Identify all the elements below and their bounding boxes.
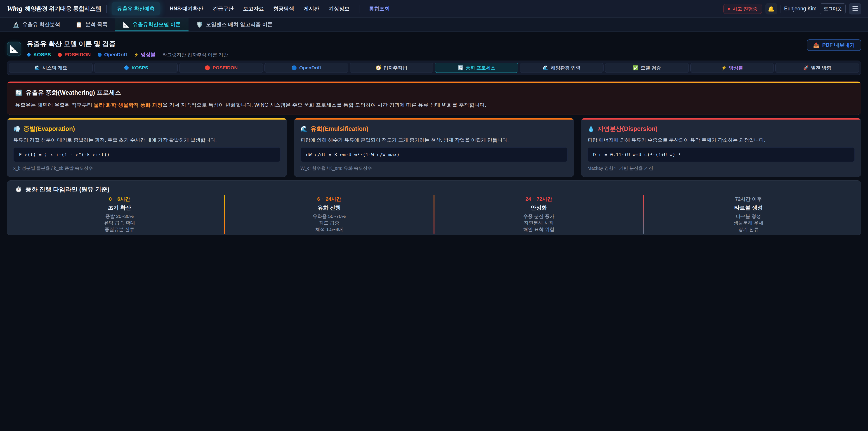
stage-detail: 체적 1.5~4배 <box>225 226 434 233</box>
chip-particle-tracking[interactable]: 🧭 입자추적법 <box>350 63 433 73</box>
stage-detail: 타르볼 형성 <box>644 213 853 219</box>
stage-name: 안정화 <box>434 204 643 211</box>
timeline-stage-emulsification: 6 ~ 24시간 유화 진행 유화율 50~70% 점도 급증 체적 1.5~4… <box>225 196 434 233</box>
chip-opendrift[interactable]: 🔵 OpenDrift <box>265 63 348 73</box>
stopwatch-icon: ⏱️ <box>15 186 22 193</box>
top-navbar: Wing 해양환경 위기대응 통합시스템 유출유 확산예측 HNS·대기확산 긴… <box>0 0 868 18</box>
clipboard-icon: 📋 <box>75 22 82 28</box>
intro-description-highlight: 물리·화학·생물학적 풍화 과정 <box>94 102 162 108</box>
notification-bell-button[interactable]: 🔔 <box>765 3 777 14</box>
intro-description: 유출유는 해면에 유출된 직후부터 물리·화학·생물학적 풍화 과정을 거쳐 지… <box>15 101 853 109</box>
wing-logo-icon: Wing <box>7 4 22 13</box>
card-title-row: 🌊 유화(Emulsification) <box>301 125 567 133</box>
nav-item-reports[interactable]: 보고자료 <box>243 5 264 12</box>
compass-icon: 🧭 <box>376 65 381 70</box>
chip-label: 시스템 개요 <box>42 65 67 71</box>
chip-label: 해양환경 입력 <box>551 65 581 71</box>
chip-label: 풍화 프로세스 <box>466 65 495 71</box>
nav-item-board[interactable]: 게시판 <box>304 5 319 12</box>
tab-label: 유출유확산모델 이론 <box>133 21 181 28</box>
tab-label: 유출유 확산분석 <box>22 21 60 28</box>
intro-title: 유출유 풍화(Weathering) 프로세스 <box>26 89 121 97</box>
tab-analysis-list[interactable]: 📋 분석 목록 <box>68 18 115 31</box>
chip-system-overview[interactable]: 🌊 시스템 개요 <box>9 63 93 73</box>
nav-item-hns-air-diffusion[interactable]: HNS·대기확산 <box>170 5 203 12</box>
lightning-icon: ⚡ <box>721 65 726 70</box>
wind-puff-icon: 💨 <box>13 126 20 132</box>
nav-item-weather-info[interactable]: 기상정보 <box>329 5 349 12</box>
page-title-tile: 📐 <box>7 41 21 56</box>
tab-oil-fence-algorithm-theory[interactable]: 🛡️ 오일펜스 배치 알고리즘 이론 <box>188 18 280 31</box>
incident-dot-icon <box>727 8 730 10</box>
sub-tab-bar: 🔬 유출유 확산분석 📋 분석 목록 📐 유출유확산모델 이론 🛡️ 오일펜스 … <box>0 18 868 32</box>
stage-detail-list: 증발 20~30% 유막 급속 확대 중질유분 잔류 <box>15 213 224 233</box>
chip-label: POSEIDON <box>213 65 238 70</box>
navbar-right-divider <box>780 5 781 13</box>
weathering-timeline-panel: ⏱️ 풍화 진행 타임라인 (원유 기준) 0 ~ 6시간 초기 확산 증발 2… <box>7 180 861 235</box>
chip-label: 발전 방향 <box>811 65 831 71</box>
arrows-cycle-icon: 🔄 <box>15 90 22 96</box>
nav-item-integrated-search[interactable]: 통합조회 <box>369 5 390 12</box>
nav-item-emergency-rescue[interactable]: 긴급구난 <box>213 5 234 12</box>
tab-label: 오일펜스 배치 알고리즘 이론 <box>206 21 273 28</box>
chip-label: OpenDrift <box>299 65 321 70</box>
incident-status-badge: 사고 진행중 <box>723 4 762 14</box>
intro-description-prefix: 유출유는 해면에 유출된 직후부터 <box>15 102 94 108</box>
chip-label: 앙상블 <box>729 65 743 71</box>
stage-time: 0 ~ 6시간 <box>15 196 224 202</box>
page-title-block: 유출유 확산 모델 이론 및 검증 🔷 KOSPS 🔴 POSEIDON 🔵 O… <box>27 39 228 58</box>
formula-block: dW_c/dt = K_em·U_w²·(1-W_c/W_max) <box>301 147 567 162</box>
chip-model-validation[interactable]: ✅ 모델 검증 <box>605 63 689 73</box>
stage-detail: 수중 분산 증가 <box>434 213 643 219</box>
formula-note: Mackay 경험식 기반 분산율 계산 <box>587 165 855 171</box>
card-evaporation: 💨 증발(Evaporation) 유류의 경질 성분이 대기로 증발하는 과정… <box>7 118 287 177</box>
red-circle-icon: 🔴 <box>205 65 210 70</box>
bell-icon: 🔔 <box>768 6 775 12</box>
stage-detail-list: 수중 분산 증가 자연분해 시작 해안 표착 위험 <box>434 213 643 233</box>
card-description: 파랑에 의해 해수가 유류에 혼입되어 점도가 크게 증가하는 현상. 방제 작… <box>301 137 567 144</box>
chip-kosps[interactable]: 🔷 KOSPS <box>94 63 178 73</box>
intro-description-suffix: 을 거쳐 지속적으로 특성이 변화합니다. WING 시스템은 주요 풍화 프로… <box>162 102 486 108</box>
badge-poseidon: 🔴 POSEIDON <box>58 52 91 58</box>
pdf-export-label: PDF 내보내기 <box>822 41 855 49</box>
badge-ensemble: ⚡ 앙상블 <box>134 51 156 58</box>
nav-item-oil-spill-prediction[interactable]: 유출유 확산예측 <box>112 2 160 16</box>
stage-name: 유화 진행 <box>225 204 434 211</box>
tab-oil-spill-analysis[interactable]: 🔬 유출유 확산분석 <box>5 18 68 31</box>
formula-note: W_c: 함수율 / K_em: 유화 속도상수 <box>301 165 567 171</box>
shield-icon: 🛡️ <box>196 22 203 28</box>
intro-title-row: 🔄 유출유 풍화(Weathering) 프로세스 <box>15 89 853 97</box>
check-mark-icon: ✅ <box>633 65 638 70</box>
user-name: Eunjeong Kim <box>784 6 816 12</box>
stage-detail-list: 유화율 50~70% 점도 급증 체적 1.5~4배 <box>225 213 434 233</box>
section-chip-bar: 🌊 시스템 개요 🔷 KOSPS 🔴 POSEIDON 🔵 OpenDrift … <box>7 61 861 75</box>
card-title-row: 💧 자연분산(Dispersion) <box>587 125 855 133</box>
card-description: 유류의 경질 성분이 대기로 증발하는 과정. 유출 초기 수시간 내에 가장 … <box>13 137 281 144</box>
formula-note: x_i: 성분별 몰분율 / k_ei: 증발 속도상수 <box>13 165 281 171</box>
chip-ensemble[interactable]: ⚡ 앙상블 <box>690 63 774 73</box>
card-title-row: 💨 증발(Evaporation) <box>13 125 281 133</box>
chip-marine-env-input[interactable]: 🌊 해양환경 입력 <box>520 63 603 73</box>
badge-kosps: 🔷 KOSPS <box>27 52 51 58</box>
timeline-stages: 0 ~ 6시간 초기 확산 증발 20~30% 유막 급속 확대 중질유분 잔류… <box>15 196 853 233</box>
chip-future-direction[interactable]: 🚀 발전 방향 <box>775 63 859 73</box>
wave-icon: 🌊 <box>301 126 307 132</box>
timeline-stage-tarball: 72시간 이후 타르볼 생성 타르볼 형성 생물분해 우세 장기 잔류 <box>644 196 853 233</box>
formula-block: F_e(t) = ∑ x_i·(1 - e^(-k_ei·t)) <box>13 147 281 162</box>
tab-diffusion-model-theory[interactable]: 📐 유출유확산모델 이론 <box>115 18 188 31</box>
stage-detail-list: 타르볼 형성 생물분해 우세 장기 잔류 <box>644 213 853 233</box>
model-badges: 🔷 KOSPS 🔴 POSEIDON 🔵 OpenDrift ⚡ 앙상블 라그랑… <box>27 51 228 58</box>
stage-name: 타르볼 생성 <box>644 204 853 211</box>
timeline-stage-stabilization: 24 ~ 72시간 안정화 수중 분산 증가 자연분해 시작 해안 표착 위험 <box>434 196 643 233</box>
chip-poseidon[interactable]: 🔴 POSEIDON <box>179 63 263 73</box>
chip-weathering-process[interactable]: 🔄 풍화 프로세스 <box>435 63 519 73</box>
pdf-export-button[interactable]: 📤 PDF 내보내기 <box>807 39 861 51</box>
logout-button[interactable]: 로그아웃 <box>820 3 846 14</box>
card-emulsification: 🌊 유화(Emulsification) 파랑에 의해 해수가 유류에 혼입되어… <box>294 118 574 177</box>
hamburger-menu-button[interactable] <box>849 3 861 14</box>
process-card-grid: 💨 증발(Evaporation) 유류의 경질 성분이 대기로 증발하는 과정… <box>7 118 861 177</box>
badge-label: 앙상블 <box>141 51 156 58</box>
navbar-divider <box>106 5 107 13</box>
nav-item-air-search[interactable]: 항공탐색 <box>273 5 294 12</box>
red-circle-icon: 🔴 <box>58 53 62 57</box>
